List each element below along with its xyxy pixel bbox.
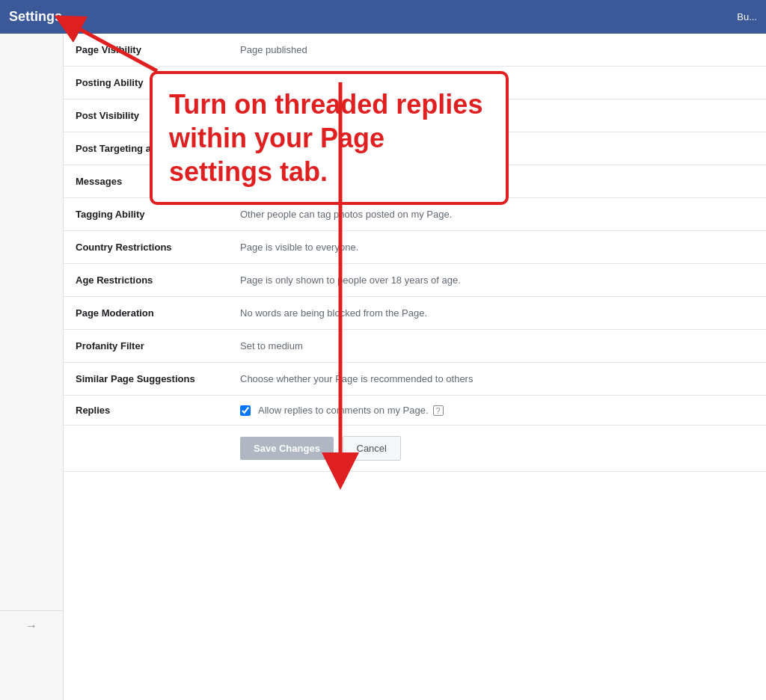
setting-label: Post Targeting and Privacy [64, 132, 228, 165]
sidebar-nav-arrow[interactable]: → [0, 610, 63, 640]
setting-value [228, 67, 766, 99]
replies-checkbox-label: Allow replies to comments on my Page. [258, 405, 429, 416]
header: Settings Bu... [0, 0, 766, 34]
setting-value [228, 99, 766, 132]
setting-label: Messages [64, 165, 228, 198]
replies-help-icon[interactable]: ? [433, 405, 444, 416]
table-row: Posting Ability [64, 67, 766, 99]
save-button[interactable]: Save Changes [240, 437, 334, 460]
replies-label: Replies [64, 396, 228, 426]
setting-value: Page is visible to everyone. [228, 231, 766, 264]
setting-label: Similar Page Suggestions [64, 363, 228, 396]
content-area: → Page VisibilityPage publishedPosting A… [0, 34, 766, 700]
setting-value: Choose whether your Page is recommended … [228, 363, 766, 396]
header-right: Bu... [737, 11, 757, 22]
setting-value: Set to medium [228, 330, 766, 363]
setting-label: Age Restrictions [64, 264, 228, 297]
replies-value: Allow replies to comments on my Page. ? [228, 396, 766, 426]
replies-row: Replies Allow replies to comments on my … [64, 396, 766, 426]
setting-value: Page published [228, 34, 766, 67]
table-row: Post Targeting and PrivacyPrivacy contro… [64, 132, 766, 165]
setting-value: Page is only shown to people over 18 yea… [228, 264, 766, 297]
action-label-cell [64, 426, 228, 472]
table-row: Similar Page SuggestionsChoose whether y… [64, 363, 766, 396]
replies-checkbox[interactable] [240, 405, 251, 416]
cancel-button[interactable]: Cancel [343, 436, 401, 461]
setting-value: Privacy control for posts is turned on [228, 132, 766, 165]
settings-table: Page VisibilityPage publishedPosting Abi… [64, 34, 766, 472]
table-row: Country RestrictionsPage is visible to e… [64, 231, 766, 264]
table-row: Age RestrictionsPage is only shown to pe… [64, 264, 766, 297]
setting-label: Post Visibility [64, 99, 228, 132]
setting-value: Other people can tag photos posted on my… [228, 198, 766, 231]
setting-label: Profanity Filter [64, 330, 228, 363]
settings-content: Page VisibilityPage publishedPosting Abi… [64, 34, 766, 700]
action-buttons-cell: Save Changes Cancel [228, 426, 766, 472]
table-row: Page VisibilityPage published [64, 34, 766, 67]
table-row: MessagesPeople cannot contact my Page pr… [64, 165, 766, 198]
setting-label: Page Visibility [64, 34, 228, 67]
page-title: Settings [9, 9, 62, 25]
setting-value: People cannot contact my Page privately. [228, 165, 766, 198]
setting-value: No words are being blocked from the Page… [228, 297, 766, 330]
setting-label: Country Restrictions [64, 231, 228, 264]
table-row: Tagging AbilityOther people can tag phot… [64, 198, 766, 231]
action-row: Save Changes Cancel [64, 426, 766, 472]
table-row: Profanity FilterSet to medium [64, 330, 766, 363]
sidebar: → [0, 34, 64, 700]
setting-label: Tagging Ability [64, 198, 228, 231]
setting-label: Posting Ability [64, 67, 228, 99]
table-row: Page ModerationNo words are being blocke… [64, 297, 766, 330]
setting-label: Page Moderation [64, 297, 228, 330]
table-row: Post Visibility [64, 99, 766, 132]
